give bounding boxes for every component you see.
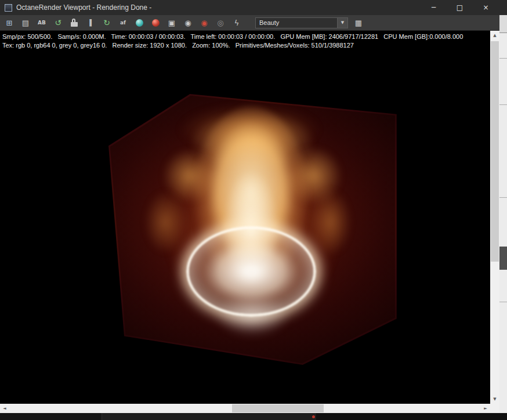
octane-render-viewport-window: OctaneRender Viewport - Rendering Done -… bbox=[0, 0, 507, 420]
render-priority-icon[interactable]: ϟ bbox=[231, 17, 242, 28]
panel-divider bbox=[499, 104, 507, 105]
bottom-strip-segment bbox=[0, 413, 102, 420]
refresh-render-icon[interactable]: ↻ bbox=[101, 17, 113, 28]
object-picker-icon[interactable]: ▣ bbox=[166, 17, 178, 28]
scroll-left-arrow[interactable]: ◄ bbox=[0, 404, 9, 413]
pause-render-icon[interactable]: ‖ bbox=[85, 17, 96, 28]
bottom-strip-segment bbox=[102, 413, 316, 420]
scroll-up-arrow[interactable]: ▲ bbox=[490, 31, 499, 40]
panel-divider bbox=[499, 58, 507, 59]
horizontal-scrollbar-thumb[interactable] bbox=[232, 404, 324, 412]
maximize-button[interactable]: □ bbox=[447, 0, 473, 15]
render-pass-value: Beauty bbox=[259, 19, 279, 26]
horizontal-scrollbar[interactable]: ◄ ► bbox=[0, 404, 490, 413]
toolbar: ⊞ ▤ AB ↺ ‖ ↻ af ▣ ◉ ◉ ◎ ϟ Beauty ▼ ▦ bbox=[0, 15, 499, 31]
film-camera-icon[interactable]: ◎ bbox=[215, 17, 226, 28]
minimize-button[interactable]: ─ bbox=[421, 0, 447, 15]
flame-blob bbox=[136, 179, 194, 266]
bottom-panel-strip bbox=[0, 413, 507, 420]
white-balance-ball bbox=[136, 19, 143, 27]
render-region-icon[interactable]: ◉ bbox=[198, 17, 210, 28]
viewport-fit-icon[interactable]: ⊞ bbox=[3, 17, 15, 28]
window-controls: ─ □ × bbox=[421, 0, 499, 15]
right-panel-sliver bbox=[499, 15, 507, 413]
close-button[interactable]: × bbox=[473, 0, 499, 15]
window-title: OctaneRender Viewport - Rendering Done - bbox=[16, 3, 151, 12]
render-stats-line2: Tex: rgb 0, rgb64 0, grey 0, grey16 0. R… bbox=[2, 41, 463, 50]
red-dot-indicator bbox=[312, 415, 315, 418]
panel-dark-block bbox=[499, 247, 507, 270]
restart-render-icon[interactable]: ↺ bbox=[52, 17, 64, 28]
vertical-scrollbar[interactable]: ▲ ▼ bbox=[490, 31, 499, 404]
scrollbar-corner bbox=[490, 404, 499, 413]
scroll-right-arrow[interactable]: ► bbox=[481, 404, 490, 413]
copy-image-icon[interactable]: ▤ bbox=[20, 17, 31, 28]
camera-icon[interactable]: ◉ bbox=[182, 17, 194, 28]
white-balance-picker-icon[interactable] bbox=[133, 17, 145, 28]
autofocus-picker-icon[interactable]: af bbox=[117, 17, 129, 28]
fire-skirt bbox=[203, 286, 302, 344]
chevron-down-icon: ▼ bbox=[337, 18, 347, 28]
vertical-scrollbar-thumb[interactable] bbox=[491, 41, 499, 262]
material-picker-icon[interactable] bbox=[150, 17, 161, 28]
scroll-down-arrow[interactable]: ▼ bbox=[490, 394, 499, 404]
panel-divider bbox=[499, 302, 507, 302]
render-pass-dropdown[interactable]: Beauty ▼ bbox=[255, 17, 348, 28]
panel-divider bbox=[499, 197, 507, 198]
render-viewport[interactable]: Smp/px: 500/500. Samp/s: 0.000M. Time: 0… bbox=[0, 31, 490, 404]
title-bar: OctaneRender Viewport - Rendering Done -… bbox=[0, 0, 507, 15]
ab-compare-icon[interactable]: AB bbox=[36, 17, 48, 28]
render-stats-line1: Smp/px: 500/500. Samp/s: 0.000M. Time: 0… bbox=[2, 32, 463, 41]
render-passes-icon[interactable]: ▦ bbox=[353, 17, 364, 28]
app-icon bbox=[5, 4, 12, 12]
render-statistics: Smp/px: 500/500. Samp/s: 0.000M. Time: 0… bbox=[2, 32, 463, 50]
material-picker-ball bbox=[152, 19, 160, 27]
lock-icon[interactable] bbox=[68, 17, 80, 28]
right-panel-top bbox=[499, 15, 507, 33]
lock-shape bbox=[71, 19, 78, 27]
